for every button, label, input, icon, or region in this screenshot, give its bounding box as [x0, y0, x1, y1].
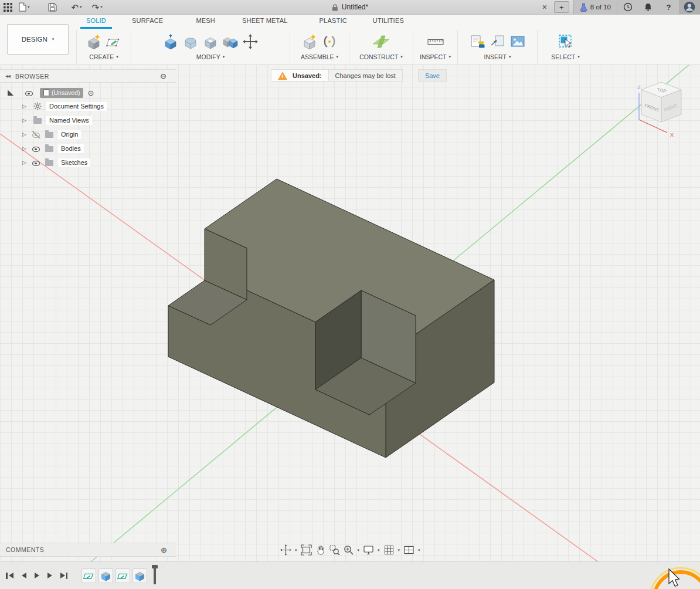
viewcube-x-label: X	[670, 132, 674, 138]
collapse-panel-icon[interactable]: ◀◀	[5, 74, 10, 79]
document-title: Untitled*	[342, 3, 368, 11]
group-create: CREATE▾	[77, 30, 131, 64]
expand-icon[interactable]: ▷	[22, 160, 30, 165]
item-label[interactable]: Origin	[58, 130, 81, 139]
pan-hand-icon[interactable]	[315, 544, 326, 556]
display-settings-icon[interactable]	[363, 544, 374, 556]
activate-component-icon[interactable]: ⊙	[87, 89, 94, 97]
sketch-feature-icon[interactable]	[115, 568, 130, 583]
browser-minimize-icon[interactable]: ⊖	[160, 72, 166, 80]
step-back-button[interactable]	[22, 573, 26, 578]
new-solid-icon[interactable]	[86, 34, 101, 49]
user-avatar[interactable]	[679, 0, 700, 14]
expand-icon[interactable]: ▷	[22, 131, 30, 137]
grid-caret-icon[interactable]: ▾	[398, 548, 400, 553]
play-button[interactable]	[35, 573, 39, 578]
inspect-menu[interactable]: INSPECT▾	[420, 53, 451, 60]
item-label[interactable]: Document Settings	[46, 102, 107, 111]
root-document-label: (Unsaved)	[52, 89, 80, 96]
insert-derive-icon[interactable]	[490, 34, 505, 49]
visibility-eye-icon[interactable]	[32, 145, 40, 153]
combine-icon[interactable]	[223, 34, 238, 49]
browser-header: ◀◀ BROWSER ⊖	[0, 69, 176, 83]
notifications-button[interactable]	[638, 0, 658, 14]
create-menu[interactable]: CREATE▾	[89, 53, 118, 60]
save-icon[interactable]	[48, 3, 57, 12]
recent-activity-button[interactable]	[617, 0, 638, 14]
select-menu[interactable]: SELECT▾	[551, 53, 579, 60]
trial-counter[interactable]: 8 of 10	[574, 0, 617, 14]
save-button[interactable]: Save	[418, 69, 447, 82]
feature-timeline	[81, 567, 156, 584]
move-icon[interactable]	[243, 34, 258, 49]
insert-svg-icon[interactable]	[470, 34, 485, 49]
expand-icon[interactable]: ▷	[22, 103, 30, 109]
zoom-window-icon[interactable]	[329, 544, 340, 556]
new-tab-button[interactable]: +	[554, 1, 569, 13]
viewport-canvas[interactable]: ◀◀ BROWSER ⊖ (Unsaved) ⊙ ▷ Document Sett…	[0, 65, 700, 589]
zoom-icon[interactable]	[343, 544, 354, 556]
tab-surface[interactable]: SURFACE	[132, 14, 163, 29]
shell-icon[interactable]	[203, 34, 218, 49]
extrude-feature-icon[interactable]	[132, 568, 147, 583]
modify-menu[interactable]: MODIFY▾	[196, 53, 225, 60]
construct-plane-icon[interactable]	[372, 34, 390, 49]
measure-icon[interactable]	[427, 34, 444, 49]
titlebar: ▾ ↶ ▾ ↷ ▾ Untitled* × + 8 of 10	[0, 0, 700, 15]
add-comment-icon[interactable]: ⊕	[161, 546, 167, 554]
select-icon[interactable]	[558, 34, 573, 49]
insert-menu[interactable]: INSERT▾	[484, 53, 511, 60]
undo-button[interactable]: ↶ ▾	[72, 3, 82, 12]
app-grid-icon[interactable]	[3, 2, 13, 12]
insert-image-icon[interactable]	[510, 34, 525, 49]
create-sketch-icon[interactable]	[106, 34, 121, 49]
expand-icon[interactable]: ▷	[22, 145, 30, 151]
item-label[interactable]: Named Views	[46, 116, 92, 125]
help-button[interactable]: ?	[658, 0, 679, 14]
orbit-icon[interactable]	[280, 544, 291, 556]
close-tab-button[interactable]: ×	[537, 2, 552, 12]
expand-icon[interactable]: ▷	[22, 117, 30, 123]
visibility-off-eye-icon[interactable]	[32, 131, 40, 138]
viewports-icon[interactable]	[403, 544, 414, 556]
root-visibility-eye-icon[interactable]	[25, 89, 33, 97]
unsaved-warning-bar: Unsaved: Changes may be lost Save	[271, 69, 447, 82]
tab-plastic[interactable]: PLASTIC	[320, 14, 347, 29]
redo-caret-icon: ▾	[100, 5, 103, 9]
press-pull-icon[interactable]	[163, 34, 178, 49]
timeline-position-marker[interactable]	[154, 567, 156, 584]
step-forward-button[interactable]	[47, 573, 52, 578]
tab-solid[interactable]: SOLID	[80, 14, 112, 29]
tab-utilities[interactable]: UTILITIES	[373, 14, 404, 29]
file-menu[interactable]: ▾	[18, 2, 30, 12]
item-label[interactable]: Bodies	[58, 144, 84, 153]
toolbar: SOLID SURFACE MESH SHEET METAL PLASTIC U…	[0, 14, 700, 65]
skip-to-start-button[interactable]	[6, 573, 13, 579]
joint-icon[interactable]	[322, 34, 337, 49]
new-component-icon[interactable]	[302, 34, 317, 49]
folder-icon	[45, 132, 53, 138]
browser-item-document-settings: ▷ Document Settings	[0, 99, 176, 113]
zoom-caret-icon[interactable]: ▾	[358, 548, 360, 553]
root-document-chip[interactable]: (Unsaved)	[40, 88, 83, 98]
sketch-feature-icon[interactable]	[81, 568, 96, 583]
display-caret-icon[interactable]: ▾	[378, 548, 380, 553]
assemble-menu[interactable]: ASSEMBLE▾	[301, 53, 338, 60]
skip-to-end-button[interactable]	[60, 573, 68, 579]
item-label[interactable]: Sketches	[58, 158, 90, 167]
gear-icon	[33, 102, 42, 110]
construct-menu[interactable]: CONSTRUCT▾	[359, 53, 402, 60]
redo-button[interactable]: ↷ ▾	[92, 3, 103, 12]
orbit-caret-icon[interactable]: ▾	[295, 548, 297, 553]
undo-caret-icon: ▾	[80, 5, 82, 9]
fit-view-icon[interactable]	[301, 544, 312, 556]
tab-mesh[interactable]: MESH	[196, 14, 215, 29]
visibility-eye-icon[interactable]	[32, 159, 40, 167]
workspace-selector[interactable]: DESIGN ▾	[7, 24, 69, 55]
viewports-caret-icon[interactable]: ▾	[418, 548, 420, 553]
tab-sheet-metal[interactable]: SHEET METAL	[242, 14, 288, 29]
browser-panel: ◀◀ BROWSER ⊖ (Unsaved) ⊙ ▷ Document Sett…	[0, 69, 176, 170]
grid-snap-icon[interactable]	[383, 544, 395, 556]
fillet-icon[interactable]	[183, 34, 198, 49]
extrude-feature-icon[interactable]	[98, 568, 113, 583]
